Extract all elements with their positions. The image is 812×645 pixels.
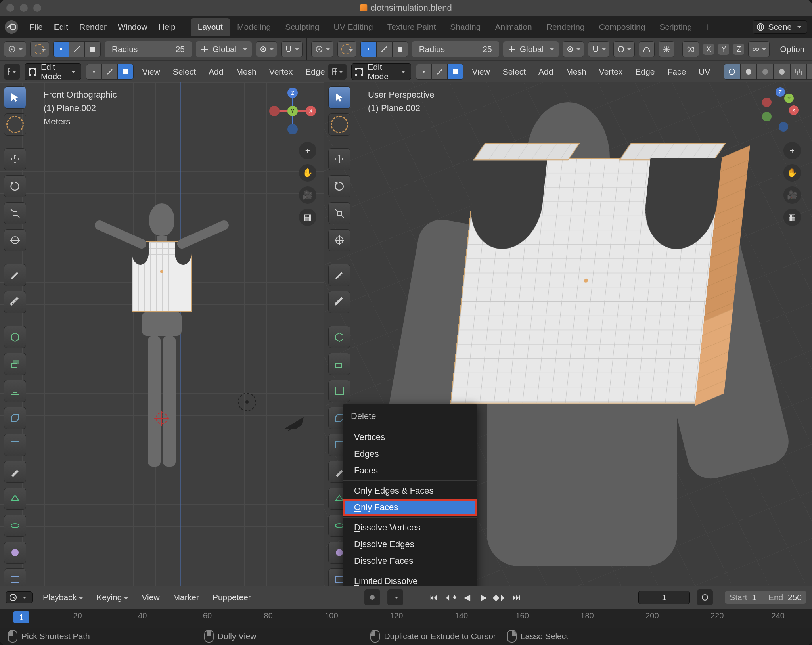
- nav-gizmo-left[interactable]: Z X Y: [269, 87, 316, 135]
- hdr-edge-right[interactable]: Edge: [631, 65, 659, 78]
- pivot-dropdown[interactable]: [256, 41, 277, 57]
- tool-cursor-r[interactable]: [328, 113, 350, 136]
- tool-measure[interactable]: [4, 291, 26, 313]
- corner-widget-left[interactable]: [4, 64, 20, 80]
- mode-dropdown-left[interactable]: Edit Mode: [25, 63, 81, 80]
- tool-scale-r[interactable]: [328, 202, 350, 224]
- add-workspace-button[interactable]: +: [699, 23, 715, 31]
- tool-move-r[interactable]: [328, 148, 350, 170]
- tool-bevel[interactable]: [4, 407, 26, 429]
- corner-widget-right[interactable]: [328, 64, 347, 80]
- select-mode-edge[interactable]: [69, 41, 85, 57]
- workspace-tab-modeling[interactable]: Modeling: [230, 18, 278, 36]
- xray-toggle[interactable]: [790, 64, 807, 80]
- gizmo-visibility-toggle[interactable]: [682, 41, 699, 57]
- tool-scale[interactable]: [4, 202, 26, 224]
- tool-select-box-r[interactable]: [328, 86, 350, 109]
- blender-logo-icon[interactable]: [5, 20, 18, 34]
- pivot-dropdown-r[interactable]: [563, 41, 584, 57]
- viewport-left[interactable]: Front Orthographic (1) Plane.002 Meters …: [0, 82, 324, 586]
- tool-measure-r[interactable]: [328, 291, 350, 313]
- jump-end-button[interactable]: ⏭: [509, 591, 525, 604]
- pan-button-l[interactable]: ✋: [299, 164, 316, 182]
- sel-mode-vert-hdr-r[interactable]: [416, 64, 432, 80]
- select-mode-face[interactable]: [85, 41, 101, 57]
- workspace-tab-texture-paint[interactable]: Texture Paint: [380, 18, 443, 36]
- preview-range-toggle[interactable]: [697, 589, 713, 605]
- workspace-tab-shading[interactable]: Shading: [443, 18, 488, 36]
- mirror-y-button[interactable]: Y: [718, 44, 729, 55]
- mirror-x-button[interactable]: X: [703, 44, 714, 55]
- tool-transform-r[interactable]: [328, 229, 350, 251]
- tool-annotate[interactable]: [4, 264, 26, 286]
- tool-polybuild[interactable]: [4, 488, 26, 510]
- workspace-tab-compositing[interactable]: Compositing: [592, 18, 653, 36]
- jump-prev-key-button[interactable]: ⏴◆: [443, 591, 458, 604]
- menu-file[interactable]: File: [24, 20, 48, 34]
- play-reverse-button[interactable]: ◀: [460, 591, 475, 604]
- snap-dropdown-r[interactable]: [588, 41, 609, 57]
- orientation-dropdown[interactable]: Global: [196, 41, 252, 57]
- workspace-tab-scripting[interactable]: Scripting: [652, 18, 699, 36]
- menu-edit[interactable]: Edit: [48, 20, 74, 34]
- timeline-editor-type[interactable]: [6, 591, 33, 603]
- ctx-dissolve-faces[interactable]: Dissolve Faces: [343, 553, 477, 569]
- current-frame-field[interactable]: 1: [638, 591, 690, 604]
- timeline-keying-dropdown[interactable]: Keying: [93, 592, 131, 603]
- tool-move[interactable]: [4, 148, 26, 170]
- retopo-toggle[interactable]: [659, 41, 674, 57]
- close-window-button[interactable]: [6, 4, 14, 12]
- tool-transform[interactable]: [4, 229, 26, 251]
- overlays-search[interactable]: [807, 64, 812, 80]
- tool-smooth[interactable]: [4, 542, 26, 564]
- tool-add-cube-r[interactable]: [328, 326, 350, 348]
- persp-ortho-button-l[interactable]: ▦: [299, 209, 316, 226]
- tool-rotate-r[interactable]: [328, 175, 350, 197]
- shading-wireframe[interactable]: [724, 64, 740, 80]
- tool-inset-r[interactable]: [328, 380, 350, 402]
- hdr-add-left[interactable]: Add: [205, 65, 227, 78]
- zoom-window-button[interactable]: [33, 4, 41, 12]
- ctx-only-edges-faces[interactable]: Only Edges & Faces: [343, 482, 477, 499]
- proportional-edit-dropdown[interactable]: [613, 41, 635, 57]
- tool-cursor[interactable]: [4, 113, 26, 136]
- sel-mode-edge-hdr-l[interactable]: [102, 64, 118, 80]
- scene-selector[interactable]: Scene: [753, 20, 807, 34]
- ctx-dissolve-vertices[interactable]: Dissolve Vertices: [343, 519, 477, 536]
- ctx-vertices[interactable]: Vertices: [343, 429, 477, 446]
- shading-matprev[interactable]: [757, 64, 774, 80]
- sel-mode-vert-hdr-l[interactable]: [86, 64, 102, 80]
- tool-indicator-r[interactable]: [337, 41, 356, 57]
- tool-extrude-r[interactable]: [328, 353, 350, 375]
- shading-solid[interactable]: [740, 64, 757, 80]
- sel-mode-face-hdr-l[interactable]: [118, 64, 134, 80]
- timeline-puppeteer-menu[interactable]: Puppeteer: [209, 592, 254, 603]
- tool-rotate[interactable]: [4, 175, 26, 197]
- autokey-toggle[interactable]: [364, 589, 380, 605]
- mode-dropdown-right[interactable]: Edit Mode: [351, 63, 411, 80]
- jump-start-button[interactable]: ⏮: [426, 591, 441, 604]
- select-mode-face-r[interactable]: [392, 41, 408, 57]
- frame-range[interactable]: Start 1 End 250: [725, 591, 806, 604]
- ctx-faces[interactable]: Faces: [343, 462, 477, 479]
- timeline-view-menu[interactable]: View: [138, 592, 163, 603]
- select-mode-vertex[interactable]: [53, 41, 69, 57]
- hdr-view-right[interactable]: View: [468, 65, 494, 78]
- workspace-tab-rendering[interactable]: Rendering: [539, 18, 592, 36]
- workspace-tab-uv-editing[interactable]: UV Editing: [327, 18, 380, 36]
- ctx-limited-dissolve[interactable]: Limited Dissolve: [343, 573, 477, 586]
- play-button[interactable]: ▶: [476, 591, 491, 604]
- snap-dropdown[interactable]: [281, 41, 303, 57]
- hdr-vertex-right[interactable]: Vertex: [595, 65, 627, 78]
- tool-edge-slide[interactable]: [4, 568, 26, 586]
- select-mode-vertex-r[interactable]: [360, 41, 376, 57]
- playhead[interactable]: 1: [13, 611, 29, 623]
- orientation-dropdown-r[interactable]: Global: [503, 41, 559, 57]
- hdr-vertex-left[interactable]: Vertex: [265, 65, 297, 78]
- shading-rendered[interactable]: [774, 64, 790, 80]
- menu-help[interactable]: Help: [153, 20, 181, 34]
- tool-extrude[interactable]: [4, 353, 26, 375]
- autokey-mode[interactable]: [387, 589, 403, 605]
- tool-loopcut[interactable]: [4, 434, 26, 456]
- tool-annotate-r[interactable]: [328, 264, 350, 286]
